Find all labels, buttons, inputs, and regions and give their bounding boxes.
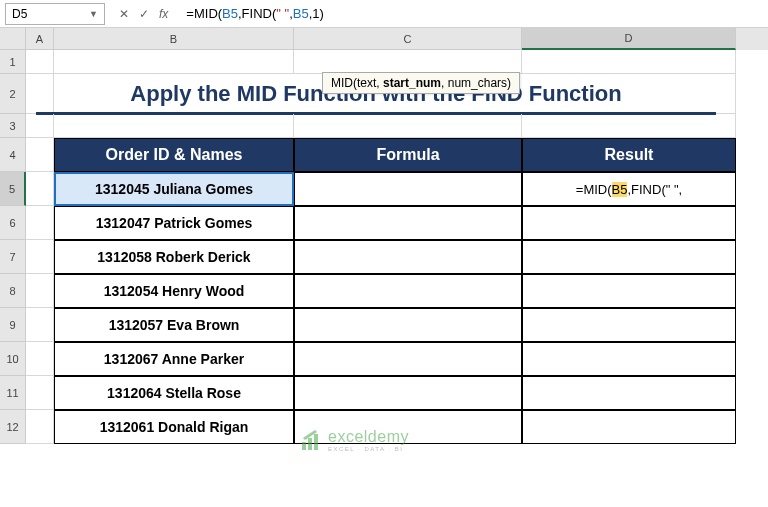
header-order-names[interactable]: Order ID & Names (54, 138, 294, 172)
cell-b3[interactable] (54, 114, 294, 138)
row-header-1[interactable]: 1 (0, 50, 26, 74)
row-header-6[interactable]: 6 (0, 206, 26, 240)
cell-d7[interactable] (522, 240, 736, 274)
svg-rect-0 (302, 442, 306, 450)
cell-d11[interactable] (522, 376, 736, 410)
cells-area: MID(text, start_num, num_chars) Apply th… (26, 50, 768, 444)
cell-c7[interactable] (294, 240, 522, 274)
cell-d1[interactable] (522, 50, 736, 74)
cell-d5[interactable]: =MID(B5,FIND(" ", (522, 172, 736, 206)
col-header-a[interactable]: A (26, 28, 54, 50)
cell-d12[interactable] (522, 410, 736, 444)
d5-part2: ,FIND(" ", (627, 182, 682, 197)
cell-c11[interactable] (294, 376, 522, 410)
formula-number: 1 (312, 6, 319, 21)
cell-b11[interactable]: 1312064 Stella Rose (54, 376, 294, 410)
cell-d5-editing: =MID(B5,FIND(" ", (572, 173, 686, 205)
cell-d3[interactable] (522, 114, 736, 138)
formula-text-part: ) (320, 6, 324, 21)
cell-a12[interactable] (26, 410, 54, 444)
svg-rect-1 (308, 438, 312, 450)
tooltip-arg3[interactable]: num_chars (448, 76, 507, 90)
row-1 (26, 50, 768, 74)
watermark-main: exceldemy (328, 428, 409, 446)
cell-d10[interactable] (522, 342, 736, 376)
tooltip-arg1[interactable]: text (357, 76, 376, 90)
cell-c3[interactable] (294, 114, 522, 138)
row-9: 1312057 Eva Brown (26, 308, 768, 342)
enter-icon[interactable]: ✓ (139, 7, 149, 21)
columns-area: A B C D MID(text, start_num, num_chars) (26, 28, 768, 444)
row-4: Order ID & Names Formula Result (26, 138, 768, 172)
exceldemy-logo-icon (300, 428, 324, 452)
row-header-4[interactable]: 4 (0, 138, 26, 172)
tooltip-arg2[interactable]: start_num (383, 76, 441, 90)
cell-c8[interactable] (294, 274, 522, 308)
cell-d9[interactable] (522, 308, 736, 342)
row-header-9[interactable]: 9 (0, 308, 26, 342)
cell-b10[interactable]: 1312067 Anne Parker (54, 342, 294, 376)
watermark-sub: EXCEL · DATA · BI (328, 446, 409, 452)
cell-b6[interactable]: 1312047 Patrick Gomes (54, 206, 294, 240)
svg-rect-2 (314, 434, 318, 450)
formula-input[interactable]: =MID(B5,FIND(" ",B5,1) (182, 3, 763, 25)
cell-a11[interactable] (26, 376, 54, 410)
header-formula[interactable]: Formula (294, 138, 522, 172)
cell-a1[interactable] (26, 50, 54, 74)
cell-d6[interactable] (522, 206, 736, 240)
chevron-down-icon[interactable]: ▼ (89, 9, 98, 19)
formula-ref: B5 (293, 6, 309, 21)
row-header-7[interactable]: 7 (0, 240, 26, 274)
cell-b12[interactable]: 1312061 Donald Rigan (54, 410, 294, 444)
header-result[interactable]: Result (522, 138, 736, 172)
row-3 (26, 114, 768, 138)
cell-c5[interactable] (294, 172, 522, 206)
formula-text-part: ,FIND( (238, 6, 276, 21)
row-8: 1312054 Henry Wood (26, 274, 768, 308)
cancel-icon[interactable]: ✕ (119, 7, 129, 21)
tooltip-fn: MID (331, 76, 353, 90)
d5-part1: =MID( (576, 182, 612, 197)
formula-ref: B5 (222, 6, 238, 21)
formula-text-part: =MID( (186, 6, 222, 21)
row-6: 1312047 Patrick Gomes (26, 206, 768, 240)
cell-a9[interactable] (26, 308, 54, 342)
col-header-c[interactable]: C (294, 28, 522, 50)
cell-d8[interactable] (522, 274, 736, 308)
cell-a3[interactable] (26, 114, 54, 138)
row-header-11[interactable]: 11 (0, 376, 26, 410)
cell-a5[interactable] (26, 172, 54, 206)
formula-bar-buttons: ✕ ✓ fx (113, 7, 174, 21)
cell-a7[interactable] (26, 240, 54, 274)
cell-b8[interactable]: 1312054 Henry Wood (54, 274, 294, 308)
cell-a6[interactable] (26, 206, 54, 240)
d5-ref-highlight: B5 (612, 182, 628, 197)
cell-b7[interactable]: 1312058 Roberk Derick (54, 240, 294, 274)
row-header-2[interactable]: 2 (0, 74, 26, 114)
formula-string: " " (276, 6, 289, 21)
name-box[interactable]: D5 ▼ (5, 3, 105, 25)
watermark: exceldemy EXCEL · DATA · BI (300, 428, 409, 452)
cell-b5[interactable]: 1312045 Juliana Gomes (54, 172, 294, 206)
cell-c10[interactable] (294, 342, 522, 376)
row-headers: 1 2 3 4 5 6 7 8 9 10 11 12 (0, 28, 26, 444)
select-all-corner[interactable] (0, 28, 26, 50)
row-header-10[interactable]: 10 (0, 342, 26, 376)
cell-b9[interactable]: 1312057 Eva Brown (54, 308, 294, 342)
row-header-3[interactable]: 3 (0, 114, 26, 138)
row-5: 1312045 Juliana Gomes =MID(B5,FIND(" ", (26, 172, 768, 206)
cell-b1[interactable] (54, 50, 294, 74)
fx-icon[interactable]: fx (159, 7, 168, 21)
col-header-d[interactable]: D (522, 28, 736, 50)
row-header-5[interactable]: 5 (0, 172, 26, 206)
row-header-8[interactable]: 8 (0, 274, 26, 308)
cell-a4[interactable] (26, 138, 54, 172)
col-header-b[interactable]: B (54, 28, 294, 50)
row-header-12[interactable]: 12 (0, 410, 26, 444)
cell-a10[interactable] (26, 342, 54, 376)
cell-a8[interactable] (26, 274, 54, 308)
cell-c6[interactable] (294, 206, 522, 240)
cell-c1[interactable] (294, 50, 522, 74)
cell-c9[interactable] (294, 308, 522, 342)
watermark-text: exceldemy EXCEL · DATA · BI (328, 428, 409, 452)
